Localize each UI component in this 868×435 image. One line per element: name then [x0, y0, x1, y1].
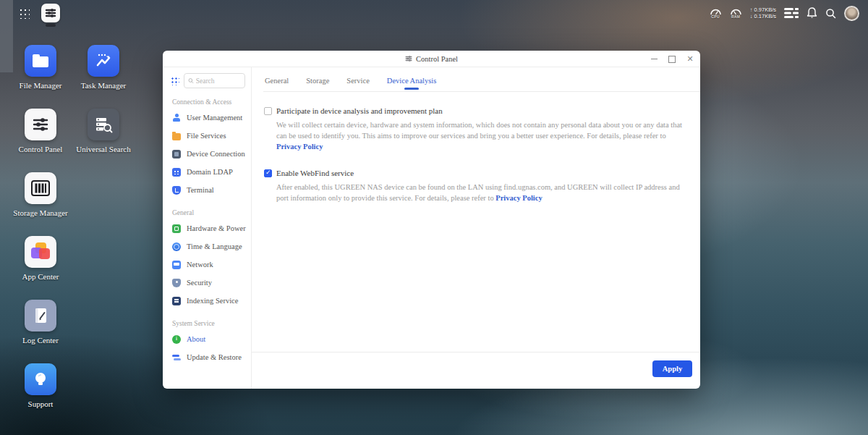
universal-search-icon [88, 109, 119, 140]
security-shield-icon [172, 279, 181, 287]
hardware-icon [172, 224, 181, 233]
window-title: Control Panel [416, 55, 458, 63]
shield-icon [172, 186, 181, 195]
sidebar-item-about[interactable]: About [163, 330, 251, 348]
tab-service[interactable]: Service [346, 77, 370, 91]
widgets-icon[interactable] [784, 8, 799, 18]
running-app-indicator [46, 24, 56, 27]
option-webfind: Enable WebFind service After enabled, th… [264, 169, 686, 203]
desktop-wallpaper: CPU RAM ↑ 0.97KB/s ↓ 0.17KB/s [0, 0, 868, 435]
desktop-icon-label: Universal Search [71, 145, 136, 153]
info-icon [172, 335, 181, 344]
participate-checkbox-row[interactable]: Participate in device analysis and impro… [264, 106, 686, 115]
participate-label: Participate in device analysis and impro… [276, 106, 443, 115]
desktop-icon-log-center[interactable]: Log Center [8, 300, 73, 345]
desktop-icon-storage-manager[interactable]: Storage Manager [8, 172, 73, 217]
close-icon[interactable]: ✕ [686, 55, 694, 64]
option-device-analysis: Participate in device analysis and impro… [264, 106, 686, 152]
participate-description: We will collect certain device, hardware… [276, 119, 686, 152]
download-speed: ↓ 0.17KB/s [750, 13, 776, 20]
desktop-icon-label: Control Panel [8, 145, 73, 153]
network-speeds[interactable]: ↑ 0.97KB/s ↓ 0.17KB/s [750, 7, 776, 20]
control-panel-content: General Storage Service Device Analysis … [252, 67, 700, 389]
webfind-label: Enable WebFind service [276, 169, 354, 177]
sidebar-grid-icon[interactable] [171, 77, 179, 85]
cpu-label: CPU [710, 15, 722, 19]
topbar: CPU RAM ↑ 0.97KB/s ↓ 0.17KB/s [0, 0, 868, 26]
cpu-gauge-icon[interactable]: CPU [710, 8, 722, 19]
network-icon [172, 261, 181, 269]
device-icon [172, 150, 181, 159]
sidebar-item-terminal[interactable]: Terminal [163, 181, 251, 199]
task-manager-icon [88, 45, 119, 77]
search-input[interactable] [196, 77, 241, 85]
webfind-checkbox-row[interactable]: Enable WebFind service [264, 169, 686, 177]
desktop-icon-file-manager[interactable]: File Manager [8, 45, 73, 90]
sidebar-item-update-restore[interactable]: Update & Restore [163, 348, 251, 366]
sidebar-item-network[interactable]: Network [163, 255, 251, 274]
control-panel-sidebar: Connection & Access User Management File… [163, 67, 252, 389]
desktop-icon-label: Task Manager [71, 81, 136, 90]
participate-checkbox[interactable] [264, 107, 272, 115]
user-icon [172, 114, 181, 122]
sidebar-item-hardware-power[interactable]: Hardware & Power [163, 219, 251, 237]
desktop-icon-control-panel[interactable]: Control Panel [8, 109, 73, 153]
globe-icon [172, 242, 181, 251]
tab-bar: General Storage Service Device Analysis [252, 67, 700, 91]
desktop-icon-label: Storage Manager [8, 208, 73, 217]
webfind-checkbox[interactable] [264, 169, 272, 177]
desktop-icon-support[interactable]: Support [8, 363, 73, 408]
sidebar-section-header: General [163, 199, 251, 219]
sidebar-item-device-connection[interactable]: Device Connection [163, 145, 251, 163]
control-panel-window: Control Panel ✕ Connection & Access [163, 51, 700, 389]
file-manager-icon [25, 45, 56, 77]
control-panel-icon [25, 109, 56, 140]
sidebar-item-user-management[interactable]: User Management [163, 109, 251, 127]
sidebar-section-header: System Service [163, 310, 251, 330]
maximize-icon[interactable] [668, 55, 676, 64]
user-avatar[interactable] [844, 6, 859, 21]
sidebar-item-indexing-service[interactable]: Indexing Service [163, 292, 251, 310]
desktop-icon-label: App Center [8, 272, 73, 281]
ram-label: RAM [730, 15, 742, 19]
desktop-icon-label: Log Center [8, 336, 73, 345]
sidebar-item-time-language[interactable]: Time & Language [163, 237, 251, 255]
indexing-icon [172, 297, 181, 305]
storage-manager-icon [25, 172, 56, 204]
desktop-icon-label: File Manager [8, 81, 73, 90]
desktop-icon-universal-search[interactable]: Universal Search [71, 109, 136, 153]
webfind-description: After enabled, this UGREEN NAS device ca… [276, 182, 686, 203]
privacy-policy-link[interactable]: Privacy Policy [276, 143, 323, 151]
search-icon [188, 77, 194, 84]
sidebar-search[interactable] [184, 73, 245, 88]
desktop-icon-label: Support [8, 400, 73, 408]
sidebar-item-security[interactable]: Security [163, 274, 251, 292]
control-panel-app-icon [41, 4, 60, 22]
ram-gauge-icon[interactable]: RAM [730, 8, 742, 19]
window-title-icon [405, 55, 412, 62]
upload-speed: ↑ 0.97KB/s [750, 7, 776, 13]
minimize-icon[interactable] [650, 55, 658, 64]
folder-icon [172, 133, 181, 140]
search-icon[interactable] [825, 8, 836, 19]
apply-button[interactable]: Apply [652, 360, 692, 377]
log-center-icon [25, 300, 56, 331]
bell-icon[interactable] [807, 7, 817, 19]
apps-grid-icon[interactable] [19, 8, 30, 19]
domain-icon [172, 168, 181, 177]
tab-storage[interactable]: Storage [306, 77, 329, 91]
update-arrows-icon [172, 353, 181, 362]
tab-general[interactable]: General [265, 77, 289, 91]
sidebar-item-file-services[interactable]: File Services [163, 127, 251, 145]
content-footer: Apply [252, 352, 700, 389]
support-icon [25, 363, 56, 395]
tab-device-analysis[interactable]: Device Analysis [387, 77, 437, 91]
desktop-icon-task-manager[interactable]: Task Manager [71, 45, 136, 90]
taskbar-app-control-panel[interactable] [41, 4, 60, 27]
window-titlebar[interactable]: Control Panel ✕ [163, 51, 700, 67]
app-center-icon [25, 236, 56, 268]
desktop-icon-app-center[interactable]: App Center [8, 236, 73, 281]
sidebar-item-domain-ldap[interactable]: Domain LDAP [163, 163, 251, 181]
privacy-policy-link[interactable]: Privacy Policy [495, 194, 542, 202]
sidebar-section-header: Connection & Access [163, 88, 251, 109]
